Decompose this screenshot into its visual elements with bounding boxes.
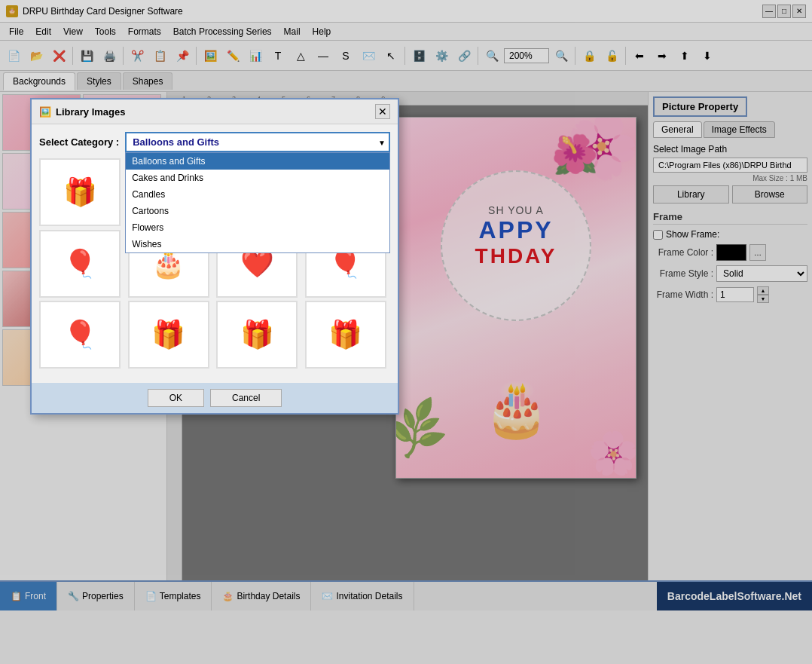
modal-icon: 🖼️ (39, 106, 51, 118)
modal-cancel-btn[interactable]: Cancel (210, 389, 282, 407)
category-select[interactable]: Balloons and Gifts Cakes and Drinks Cand… (125, 132, 390, 152)
modal-title: 🖼️ Library Images (39, 106, 126, 118)
img-cell-9[interactable]: 🎈 (39, 301, 121, 369)
category-row: Select Category : Balloons and Gifts Cak… (39, 132, 390, 152)
modal-overlay: 🖼️ Library Images ✕ Select Category : Ba… (0, 0, 812, 664)
dropdown-item-flowers[interactable]: Flowers (126, 219, 389, 236)
modal-header: 🖼️ Library Images ✕ (32, 99, 398, 124)
modal-footer: OK Cancel (32, 383, 398, 413)
modal-title-text: Library Images (56, 106, 126, 118)
category-select-wrapper: Balloons and Gifts Cakes and Drinks Cand… (125, 132, 390, 152)
img-cell-12[interactable]: 🎁 (305, 301, 386, 369)
modal-body: Select Category : Balloons and Gifts Cak… (32, 124, 398, 383)
dropdown-item-cakes-drinks[interactable]: Cakes and Drinks (126, 170, 389, 186)
modal-close-btn[interactable]: ✕ (375, 104, 390, 119)
category-dropdown-list: Balloons and Gifts Cakes and Drinks Cand… (125, 152, 390, 253)
modal-ok-btn[interactable]: OK (148, 389, 204, 407)
img-cell-11[interactable]: 🎁 (216, 301, 298, 369)
category-label: Select Category : (39, 136, 119, 148)
img-cell-1[interactable]: 🎁 (39, 158, 121, 226)
dropdown-item-wishes[interactable]: Wishes (126, 236, 389, 252)
dropdown-item-balloons-gifts[interactable]: Balloons and Gifts (126, 153, 389, 170)
img-cell-5[interactable]: 🎈 (39, 230, 121, 298)
library-images-modal: 🖼️ Library Images ✕ Select Category : Ba… (30, 98, 399, 415)
img-cell-10[interactable]: 🎁 (128, 301, 209, 369)
dropdown-item-candles[interactable]: Candles (126, 186, 389, 203)
dropdown-item-cartoons[interactable]: Cartoons (126, 203, 389, 219)
